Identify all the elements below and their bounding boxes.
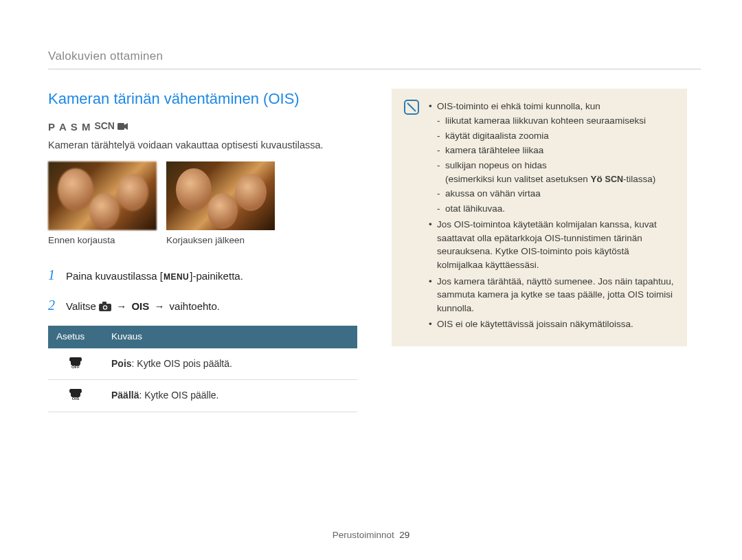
breadcrumb: Valokuvien ottaminen bbox=[48, 48, 701, 65]
step-text: Valitse bbox=[66, 300, 99, 312]
step-number: 2 bbox=[48, 295, 58, 315]
th-description: Kuvaus bbox=[103, 326, 357, 348]
photo-before bbox=[48, 161, 157, 230]
scn-label: SCN bbox=[605, 175, 623, 184]
footer: Perustoiminnot 29 bbox=[0, 529, 742, 542]
divider bbox=[48, 69, 701, 69]
cell-text: : Kytke OIS pois päältä. bbox=[132, 358, 232, 369]
step-text: vaihtoehto. bbox=[170, 300, 220, 312]
mode-row: P A S M SCN bbox=[48, 120, 357, 134]
steps-list: 1 Paina kuvaustilassa [MENU]-painiketta.… bbox=[48, 265, 357, 315]
note-item: OIS-toiminto ei ehkä toimi kunnolla, kun… bbox=[429, 100, 675, 216]
arrow-icon: → bbox=[154, 300, 164, 312]
cell-bold: Pois bbox=[111, 358, 132, 369]
settings-table: Asetus Kuvaus OFF Pois: Kytke OIS pois p… bbox=[48, 326, 357, 412]
note-subitem: kamera tärähtelee liikaa bbox=[437, 144, 675, 157]
step-text: Paina kuvaustilassa [ bbox=[66, 270, 163, 282]
photo-after bbox=[166, 161, 275, 230]
step-number: 1 bbox=[48, 265, 58, 284]
note-item: OIS ei ole käytettävissä joissain näkymä… bbox=[429, 317, 675, 331]
camera-icon bbox=[99, 300, 111, 310]
mode-m: M bbox=[82, 120, 92, 134]
svg-text:OFF: OFF bbox=[71, 365, 80, 369]
mode-scn: SCN bbox=[94, 120, 115, 133]
note-subitem: sulkijan nopeus on hidas (esimerkiksi ku… bbox=[437, 159, 675, 186]
note-bold: Yö bbox=[591, 174, 603, 184]
cell-bold: Päällä bbox=[111, 390, 139, 401]
note-subitem: käytät digitaalista zoomia bbox=[437, 129, 675, 143]
note-text: (esimerkiksi kun valitset asetuksen bbox=[445, 174, 591, 184]
comparison-photos: Ennen korjausta Korjauksen jälkeen bbox=[48, 161, 357, 247]
note-box: OIS-toiminto ei ehkä toimi kunnolla, kun… bbox=[392, 89, 687, 346]
step-1: 1 Paina kuvaustilassa [MENU]-painiketta. bbox=[48, 265, 357, 284]
note-text: sulkijan nopeus on hidas bbox=[445, 160, 547, 170]
th-setting: Asetus bbox=[48, 326, 103, 348]
ois-label: OIS bbox=[131, 300, 149, 312]
page-number: 29 bbox=[399, 530, 409, 540]
svg-rect-0 bbox=[117, 123, 124, 130]
note-text: -tilassa) bbox=[623, 174, 655, 184]
ois-off-icon: OFF bbox=[68, 355, 83, 369]
svg-line-8 bbox=[407, 103, 416, 111]
arrow-icon: → bbox=[116, 300, 126, 312]
caption-before: Ennen korjausta bbox=[48, 234, 157, 247]
intro-text: Kameran tärähtelyä voidaan vakauttaa opt… bbox=[48, 138, 357, 152]
step-text: ]-painiketta. bbox=[190, 270, 243, 282]
mode-p: P bbox=[48, 120, 56, 134]
mode-s: S bbox=[71, 120, 79, 134]
note-subitem: otat lähikuvaa. bbox=[437, 202, 675, 216]
video-icon bbox=[117, 122, 128, 131]
note-subitem: liikutat kameraa liikkuvan kohteen seura… bbox=[437, 114, 675, 128]
note-item: Jos kamera tärähtää, näyttö sumenee. Jos… bbox=[429, 275, 675, 315]
note-list: OIS-toiminto ei ehkä toimi kunnolla, kun… bbox=[429, 100, 675, 334]
cell-text: : Kytke OIS päälle. bbox=[139, 390, 218, 401]
table-row: OFF Pois: Kytke OIS pois päältä. bbox=[48, 348, 357, 380]
ois-on-icon: OIS bbox=[68, 387, 83, 401]
note-subitem: akussa on vähän virtaa bbox=[437, 187, 675, 201]
note-text: OIS-toiminto ei ehkä toimi kunnolla, kun bbox=[437, 101, 600, 111]
mode-a: A bbox=[59, 120, 68, 134]
svg-point-4 bbox=[104, 306, 106, 309]
menu-label: MENU bbox=[163, 272, 190, 282]
svg-text:OIS: OIS bbox=[72, 396, 79, 401]
note-item: Jos OIS-toimintoa käytetään kolmijalan k… bbox=[429, 218, 675, 271]
table-row: OIS Päällä: Kytke OIS päälle. bbox=[48, 380, 357, 412]
svg-rect-2 bbox=[102, 302, 106, 304]
note-icon bbox=[404, 100, 419, 115]
step-2: 2 Valitse → OIS → vaihtoehto. bbox=[48, 295, 357, 315]
caption-after: Korjauksen jälkeen bbox=[166, 234, 275, 247]
page-title: Kameran tärinän vähentäminen (OIS) bbox=[48, 89, 357, 110]
footer-label: Perustoiminnot bbox=[333, 530, 394, 540]
